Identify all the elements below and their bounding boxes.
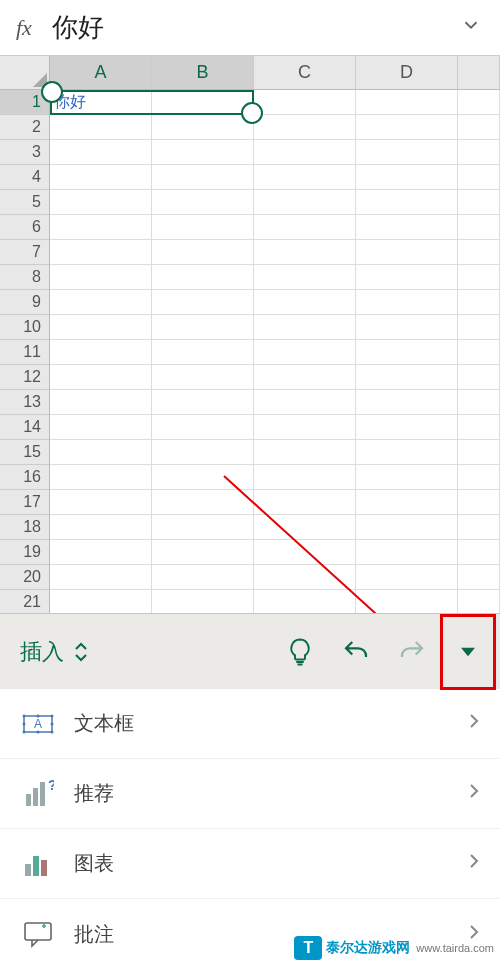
cell-B2[interactable] bbox=[152, 115, 254, 139]
cell-B15[interactable] bbox=[152, 440, 254, 464]
row-header-9[interactable]: 9 bbox=[0, 290, 49, 315]
undo-button[interactable] bbox=[328, 624, 384, 680]
cell-D12[interactable] bbox=[356, 365, 458, 389]
cell-A1[interactable]: 你好 bbox=[50, 90, 152, 114]
cell-D8[interactable] bbox=[356, 265, 458, 289]
formula-value[interactable]: 你好 bbox=[52, 10, 452, 45]
cell-A17[interactable] bbox=[50, 490, 152, 514]
cell-A8[interactable] bbox=[50, 265, 152, 289]
cell-A19[interactable] bbox=[50, 540, 152, 564]
cell-C13[interactable] bbox=[254, 390, 356, 414]
cell-B7[interactable] bbox=[152, 240, 254, 264]
cell-C10[interactable] bbox=[254, 315, 356, 339]
cell-A7[interactable] bbox=[50, 240, 152, 264]
cell-B14[interactable] bbox=[152, 415, 254, 439]
select-all-corner[interactable] bbox=[0, 56, 50, 90]
row-header-13[interactable]: 13 bbox=[0, 390, 49, 415]
cell-D9[interactable] bbox=[356, 290, 458, 314]
menu-item-recommend[interactable]: ?推荐 bbox=[0, 759, 500, 829]
cell-B19[interactable] bbox=[152, 540, 254, 564]
cell-D4[interactable] bbox=[356, 165, 458, 189]
cell-B9[interactable] bbox=[152, 290, 254, 314]
cell-B18[interactable] bbox=[152, 515, 254, 539]
cell-A12[interactable] bbox=[50, 365, 152, 389]
cell-A20[interactable] bbox=[50, 565, 152, 589]
cell-C21[interactable] bbox=[254, 590, 356, 613]
row-header-20[interactable]: 20 bbox=[0, 565, 49, 590]
cell-A18[interactable] bbox=[50, 515, 152, 539]
cell-D2[interactable] bbox=[356, 115, 458, 139]
cell-C16[interactable] bbox=[254, 465, 356, 489]
cell-B12[interactable] bbox=[152, 365, 254, 389]
cell-B13[interactable] bbox=[152, 390, 254, 414]
cell-D5[interactable] bbox=[356, 190, 458, 214]
cell-D16[interactable] bbox=[356, 465, 458, 489]
cell-B17[interactable] bbox=[152, 490, 254, 514]
row-header-1[interactable]: 1 bbox=[0, 90, 49, 115]
cell-C15[interactable] bbox=[254, 440, 356, 464]
row-header-21[interactable]: 21 bbox=[0, 590, 49, 613]
cell-C2[interactable] bbox=[254, 115, 356, 139]
chevron-updown-icon[interactable] bbox=[72, 640, 90, 664]
cell-D11[interactable] bbox=[356, 340, 458, 364]
row-header-10[interactable]: 10 bbox=[0, 315, 49, 340]
cell-B21[interactable] bbox=[152, 590, 254, 613]
row-header-17[interactable]: 17 bbox=[0, 490, 49, 515]
cell-B11[interactable] bbox=[152, 340, 254, 364]
cell-D10[interactable] bbox=[356, 315, 458, 339]
cell-B1[interactable] bbox=[152, 90, 254, 114]
cell-A16[interactable] bbox=[50, 465, 152, 489]
cell-C19[interactable] bbox=[254, 540, 356, 564]
row-header-18[interactable]: 18 bbox=[0, 515, 49, 540]
cell-A11[interactable] bbox=[50, 340, 152, 364]
cell-C11[interactable] bbox=[254, 340, 356, 364]
lightbulb-button[interactable] bbox=[272, 624, 328, 680]
cell-C4[interactable] bbox=[254, 165, 356, 189]
cell-D19[interactable] bbox=[356, 540, 458, 564]
row-header-16[interactable]: 16 bbox=[0, 465, 49, 490]
cell-C7[interactable] bbox=[254, 240, 356, 264]
cell-D14[interactable] bbox=[356, 415, 458, 439]
cell-C14[interactable] bbox=[254, 415, 356, 439]
cell-A10[interactable] bbox=[50, 315, 152, 339]
cell-C18[interactable] bbox=[254, 515, 356, 539]
cell-B4[interactable] bbox=[152, 165, 254, 189]
row-header-12[interactable]: 12 bbox=[0, 365, 49, 390]
cell-D3[interactable] bbox=[356, 140, 458, 164]
row-header-14[interactable]: 14 bbox=[0, 415, 49, 440]
cell-A13[interactable] bbox=[50, 390, 152, 414]
cell-C20[interactable] bbox=[254, 565, 356, 589]
cell-C9[interactable] bbox=[254, 290, 356, 314]
cell-D18[interactable] bbox=[356, 515, 458, 539]
cell-C17[interactable] bbox=[254, 490, 356, 514]
cell-B10[interactable] bbox=[152, 315, 254, 339]
row-header-8[interactable]: 8 bbox=[0, 265, 49, 290]
cell-C6[interactable] bbox=[254, 215, 356, 239]
cell-A2[interactable] bbox=[50, 115, 152, 139]
cells-container[interactable]: 你好 bbox=[50, 90, 500, 613]
row-header-5[interactable]: 5 bbox=[0, 190, 49, 215]
cell-D7[interactable] bbox=[356, 240, 458, 264]
row-header-3[interactable]: 3 bbox=[0, 140, 49, 165]
menu-item-textbox[interactable]: A文本框 bbox=[0, 689, 500, 759]
cell-D6[interactable] bbox=[356, 215, 458, 239]
cell-D17[interactable] bbox=[356, 490, 458, 514]
cell-A9[interactable] bbox=[50, 290, 152, 314]
cell-B5[interactable] bbox=[152, 190, 254, 214]
cell-B16[interactable] bbox=[152, 465, 254, 489]
cell-C1[interactable] bbox=[254, 90, 356, 114]
row-header-2[interactable]: 2 bbox=[0, 115, 49, 140]
cell-A21[interactable] bbox=[50, 590, 152, 613]
column-header-C[interactable]: C bbox=[254, 56, 356, 89]
column-header-A[interactable]: A bbox=[50, 56, 152, 89]
cell-D15[interactable] bbox=[356, 440, 458, 464]
cell-C12[interactable] bbox=[254, 365, 356, 389]
row-header-4[interactable]: 4 bbox=[0, 165, 49, 190]
redo-button[interactable] bbox=[384, 624, 440, 680]
cell-D1[interactable] bbox=[356, 90, 458, 114]
cell-A14[interactable] bbox=[50, 415, 152, 439]
collapse-toolbar-button[interactable] bbox=[440, 614, 496, 690]
row-header-19[interactable]: 19 bbox=[0, 540, 49, 565]
cell-B20[interactable] bbox=[152, 565, 254, 589]
cell-C8[interactable] bbox=[254, 265, 356, 289]
